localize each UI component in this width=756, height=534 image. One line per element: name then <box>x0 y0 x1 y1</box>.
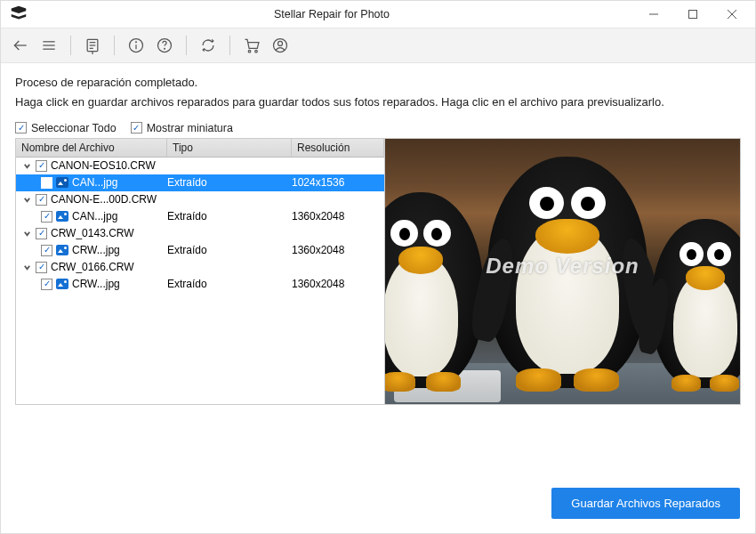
col-filename[interactable]: Nombre del Archivo <box>16 139 167 157</box>
window-title: Stellar Repair for Photo <box>29 8 634 20</box>
select-all-checkbox[interactable]: Seleccionar Todo <box>15 122 117 134</box>
checkbox-icon[interactable] <box>41 211 52 222</box>
table-body: CANON-EOS10.CRWCAN...jpgExtraído1024x153… <box>16 158 384 404</box>
show-thumbnail-label: Mostrar miniatura <box>147 122 233 134</box>
child-filename: CAN...jpg <box>72 210 117 222</box>
child-filename: CRW...jpg <box>72 244 120 256</box>
cell-type: Extraído <box>167 210 292 222</box>
table-row[interactable]: CAN...jpgExtraído1360x2048 <box>16 208 384 225</box>
svg-rect-1 <box>689 11 697 19</box>
col-type[interactable]: Tipo <box>167 139 292 157</box>
checkbox-icon[interactable] <box>41 177 52 189</box>
preview-subject <box>487 157 647 388</box>
cell-type: Extraído <box>167 244 292 256</box>
svg-point-17 <box>165 48 165 49</box>
cell-resolution: 1024x1536 <box>292 176 384 189</box>
options-row: Seleccionar Todo Mostrar miniatura <box>15 122 741 134</box>
svg-point-18 <box>248 50 251 52</box>
toolbar-separator <box>70 36 71 55</box>
checkbox-icon[interactable] <box>36 160 47 172</box>
chevron-down-icon[interactable] <box>21 194 32 205</box>
checkbox-icon[interactable] <box>36 262 47 273</box>
split-pane: Nombre del Archivo Tipo Resolución CANON… <box>15 138 741 405</box>
table-row[interactable]: CRW...jpgExtraído1360x2048 <box>16 276 384 293</box>
footer: Guardar Archivos Reparados <box>0 472 756 534</box>
chevron-down-icon[interactable] <box>21 228 32 239</box>
preview-subject <box>385 192 483 388</box>
maximize-button[interactable] <box>673 1 712 28</box>
status-heading: Proceso de reparación completado. <box>15 76 741 89</box>
table-group-row[interactable]: CANON-EOS10.CRW <box>16 158 384 174</box>
status-subtext: Haga click en guardar archivos reparados… <box>15 94 709 111</box>
group-filename: CANON-E...00D.CRW <box>51 193 157 206</box>
minimize-button[interactable] <box>634 1 673 28</box>
svg-point-19 <box>255 50 258 52</box>
col-resolution[interactable]: Resolución <box>292 139 384 157</box>
preview-subject <box>652 219 740 388</box>
chevron-down-icon[interactable] <box>21 160 32 171</box>
content-area: Proceso de reparación completado. Haga c… <box>1 63 755 414</box>
chevron-down-icon[interactable] <box>21 262 32 272</box>
table-row[interactable]: CAN...jpgExtraído1024x1536 <box>16 174 384 191</box>
group-filename: CRW_0143.CRW <box>51 227 134 239</box>
toolbar-separator <box>186 36 187 55</box>
table-group-row[interactable]: CRW_0143.CRW <box>16 225 384 242</box>
group-filename: CANON-EOS10.CRW <box>51 159 156 172</box>
file-table: Nombre del Archivo Tipo Resolución CANON… <box>16 139 385 404</box>
image-file-icon <box>56 245 68 255</box>
table-header: Nombre del Archivo Tipo Resolución <box>16 139 384 158</box>
cell-resolution: 1360x2048 <box>292 278 384 290</box>
toolbar <box>1 28 755 63</box>
account-button[interactable] <box>268 33 293 58</box>
image-file-icon <box>56 211 68 222</box>
checkbox-icon[interactable] <box>41 245 52 256</box>
checkbox-icon[interactable] <box>36 194 47 206</box>
checkbox-icon <box>131 122 142 134</box>
cell-resolution: 1360x2048 <box>292 244 384 256</box>
checkbox-icon[interactable] <box>36 228 47 239</box>
save-repaired-button[interactable]: Guardar Archivos Reparados <box>551 488 740 519</box>
list-button[interactable] <box>80 33 105 58</box>
window-controls <box>634 1 752 28</box>
info-button[interactable] <box>124 33 149 58</box>
back-button[interactable] <box>8 33 33 58</box>
table-row[interactable]: CRW...jpgExtraído1360x2048 <box>16 242 384 259</box>
toolbar-separator <box>114 36 115 55</box>
toolbar-separator <box>229 36 230 55</box>
cart-button[interactable] <box>239 33 264 58</box>
checkbox-icon <box>15 122 27 134</box>
cell-type: Extraído <box>167 278 292 290</box>
help-button[interactable] <box>152 33 177 58</box>
refresh-button[interactable] <box>196 33 221 58</box>
svg-point-21 <box>278 41 283 45</box>
cell-type: Extraído <box>167 176 292 189</box>
close-button[interactable] <box>712 1 752 28</box>
svg-point-15 <box>136 42 137 43</box>
child-filename: CRW...jpg <box>72 278 120 290</box>
cell-resolution: 1360x2048 <box>292 210 384 222</box>
group-filename: CRW_0166.CRW <box>51 261 134 273</box>
checkbox-icon[interactable] <box>41 279 52 290</box>
app-icon <box>8 4 29 25</box>
titlebar: Stellar Repair for Photo <box>1 1 755 28</box>
menu-button[interactable] <box>36 33 61 58</box>
select-all-label: Seleccionar Todo <box>31 122 117 134</box>
preview-pane[interactable]: Demo Version <box>385 139 740 404</box>
show-thumbnail-checkbox[interactable]: Mostrar miniatura <box>131 122 233 134</box>
image-file-icon <box>56 177 68 188</box>
table-group-row[interactable]: CRW_0166.CRW <box>16 259 384 276</box>
child-filename: CAN...jpg <box>72 176 117 189</box>
table-group-row[interactable]: CANON-E...00D.CRW <box>16 191 384 208</box>
image-file-icon <box>56 279 68 289</box>
